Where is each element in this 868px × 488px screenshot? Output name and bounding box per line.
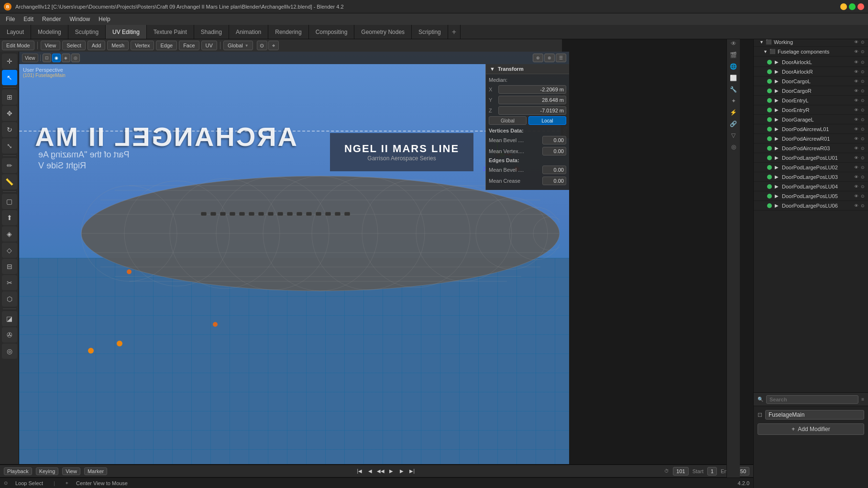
tab-shading[interactable]: Shading xyxy=(194,25,229,39)
tool-shear[interactable]: ◪ xyxy=(2,311,17,326)
tool-inset[interactable]: ◈ xyxy=(2,226,17,242)
add-tab-btn[interactable]: + xyxy=(448,25,461,39)
menu-edit[interactable]: Edit xyxy=(20,15,37,23)
mean-bevel-edges-val[interactable]: 0.00 xyxy=(542,166,566,174)
prop-tab-world[interactable]: 🌐 xyxy=(728,61,739,72)
item-render[interactable]: ⊙ xyxy=(859,126,866,133)
outliner-item-doorpodlu03[interactable]: ▶ DoorPodLargePosLU03 👁 ⊙ xyxy=(754,172,868,182)
item-render[interactable]: ⊙ xyxy=(859,97,866,104)
tab-scripting[interactable]: Scripting xyxy=(412,25,448,39)
prop-tab-constraints[interactable]: 🔗 xyxy=(728,119,739,129)
uv-menu[interactable]: UV xyxy=(201,41,217,50)
menu-file[interactable]: File xyxy=(2,15,19,23)
item-render[interactable]: ⊙ xyxy=(859,193,866,200)
tool-rotate[interactable]: ↻ xyxy=(2,122,17,137)
mean-crease-val[interactable]: 0.00 xyxy=(542,177,566,185)
tool-smooth[interactable]: ◎ xyxy=(2,344,17,359)
add-modifier-btn[interactable]: + Add Modifier xyxy=(758,423,864,435)
menu-help[interactable]: Help xyxy=(95,15,114,23)
playback-btn[interactable]: Playback xyxy=(4,467,32,475)
maximize-btn[interactable] xyxy=(849,3,856,10)
vp-view-btn[interactable]: View xyxy=(22,54,38,62)
item-render[interactable]: ⊙ xyxy=(859,88,866,94)
prop-tab-physics[interactable]: ⚡ xyxy=(728,107,739,118)
item-render[interactable]: ⊙ xyxy=(859,174,866,180)
outliner-item-doorpodlu02[interactable]: ▶ DoorPodLargePosLU02 👁 ⊙ xyxy=(754,163,868,172)
tool-scale[interactable]: ⤡ xyxy=(2,138,17,154)
vp-xray-btn[interactable]: ☰ xyxy=(556,54,566,62)
tool-extrude[interactable]: ⬆ xyxy=(2,210,17,225)
item-eye[interactable]: 👁 xyxy=(853,97,859,104)
item-eye[interactable]: 👁 xyxy=(853,88,859,94)
tool-cursor[interactable]: ✛ xyxy=(2,54,17,69)
menu-window[interactable]: Window xyxy=(66,15,94,23)
mean-vertex-val[interactable]: 0.00 xyxy=(542,147,566,155)
item-render[interactable]: ⊙ xyxy=(859,155,866,161)
prop-tab-material[interactable]: ◎ xyxy=(728,142,739,152)
fuselage-eye[interactable]: 👁 xyxy=(853,48,859,55)
item-eye[interactable]: 👁 xyxy=(853,174,859,180)
tab-rendering[interactable]: Rendering xyxy=(268,25,308,39)
prop-tab-data[interactable]: ▽ xyxy=(728,130,739,141)
item-render[interactable]: ⊙ xyxy=(859,183,866,190)
outliner-item-doorcargol[interactable]: ▶ DoorCargoR 👁 ⊙ xyxy=(754,86,868,96)
item-eye[interactable]: 👁 xyxy=(853,183,859,190)
jump-end-btn[interactable]: ▶| xyxy=(408,467,417,476)
close-btn[interactable] xyxy=(857,3,864,10)
transform-pivot-dropdown[interactable]: Global ▼ xyxy=(223,41,253,50)
item-render[interactable]: ⊙ xyxy=(859,164,866,171)
edge-menu[interactable]: Edge xyxy=(156,41,177,50)
outliner-item-doorpodlu05[interactable]: ▶ DoorPodLargePosLU05 👁 ⊙ xyxy=(754,191,868,201)
outliner-item-doorentryr[interactable]: ▶ DoorEntryR 👁 ⊙ xyxy=(754,105,868,115)
tool-transform[interactable]: ⊞ xyxy=(2,89,17,105)
vp-rendered-btn[interactable]: ◎ xyxy=(71,54,80,62)
tool-add-cube[interactable]: ▢ xyxy=(2,194,17,209)
outliner-item-doorpodr01[interactable]: ▶ DoorPodAircrewR01 👁 ⊙ xyxy=(754,134,868,144)
prop-tab-view[interactable]: 👁 xyxy=(728,38,739,49)
play-reverse-btn[interactable]: ◀◀ xyxy=(376,467,385,476)
item-eye[interactable]: 👁 xyxy=(853,155,859,161)
proportional-editing-btn[interactable]: ⊙ xyxy=(257,41,267,50)
item-eye[interactable]: 👁 xyxy=(853,135,859,142)
x-value[interactable]: -2.2069 m xyxy=(498,85,566,94)
outliner-item-doorcargol[interactable]: ▶ DoorCargoL 👁 ⊙ xyxy=(754,77,868,86)
prop-filter-icon[interactable]: ≡ xyxy=(861,397,864,402)
step-back-btn[interactable]: ◀ xyxy=(366,467,374,476)
outliner-item-doorpodlu04[interactable]: ▶ DoorPodLargePosLU04 👁 ⊙ xyxy=(754,182,868,191)
local-btn[interactable]: Local xyxy=(528,116,566,125)
tool-knife[interactable]: ✂ xyxy=(2,275,17,290)
z-value[interactable]: -7.0192 m xyxy=(498,106,566,115)
y-value[interactable]: 28.648 m xyxy=(498,96,566,104)
tl-view-btn[interactable]: View xyxy=(62,467,80,475)
prop-tab-scene[interactable]: 🎬 xyxy=(728,50,739,60)
collection-fuselage[interactable]: ▼ ⬛ Fuselage components 👁 ⊙ xyxy=(754,47,868,56)
tool-polyline[interactable]: ⬡ xyxy=(2,291,17,307)
item-eye[interactable]: 👁 xyxy=(853,193,859,200)
keying-btn[interactable]: Keying xyxy=(36,467,59,475)
vp-gizmo-btn[interactable]: ⊕ xyxy=(533,54,543,62)
current-frame-input[interactable]: 101 xyxy=(673,467,688,476)
transform-collapse-icon[interactable]: ▼ xyxy=(490,66,495,72)
item-render[interactable]: ⊙ xyxy=(859,202,866,209)
tab-modeling[interactable]: Modeling xyxy=(31,25,68,39)
mode-selector[interactable]: Edit Mode xyxy=(2,41,34,50)
global-btn[interactable]: Global xyxy=(489,116,527,125)
item-eye[interactable]: 👁 xyxy=(853,116,859,123)
outliner-item-doorpodlu01[interactable]: ▶ DoorPodLargePosLU01 👁 ⊙ xyxy=(754,153,868,163)
item-eye[interactable]: 👁 xyxy=(853,107,859,113)
item-eye[interactable]: 👁 xyxy=(853,68,859,75)
snap-btn[interactable]: ⌖ xyxy=(268,41,279,50)
prop-tab-object[interactable]: ⬜ xyxy=(728,73,739,83)
tab-animation[interactable]: Animation xyxy=(229,25,268,39)
play-btn[interactable]: ▶ xyxy=(387,467,396,476)
item-eye[interactable]: 👁 xyxy=(853,145,859,152)
tab-layout[interactable]: Layout xyxy=(0,25,31,39)
prop-search-input[interactable]: Search xyxy=(766,395,858,404)
menu-render[interactable]: Render xyxy=(38,15,65,23)
main-viewport[interactable]: ARCHANGEL II MA Part of the "Amazing Ae … xyxy=(19,52,569,464)
item-render[interactable]: ⊙ xyxy=(859,78,866,85)
outliner-item-doorpodl01[interactable]: ▶ DoorPodAircrewL01 👁 ⊙ xyxy=(754,124,868,134)
fuselage-restrict[interactable]: ⊙ xyxy=(859,48,866,55)
item-eye[interactable]: 👁 xyxy=(853,164,859,171)
mesh-menu[interactable]: Mesh xyxy=(107,41,129,50)
